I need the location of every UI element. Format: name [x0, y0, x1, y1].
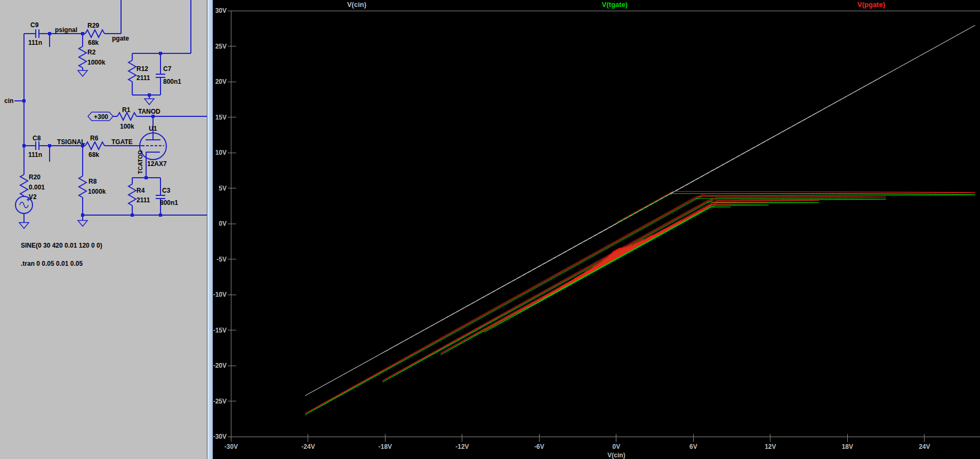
label-r20-ref[interactable]: R20 — [29, 173, 41, 181]
resistor-r8[interactable] — [79, 176, 86, 197]
resistor-r20[interactable] — [20, 175, 28, 196]
net-label-tcatod[interactable]: TCATOD — [137, 150, 143, 174]
svg-text:-30V: -30V — [213, 433, 227, 440]
label-c7-ref[interactable]: C7 — [163, 65, 172, 73]
label-c3-value[interactable]: 800n1 — [160, 199, 178, 207]
axis-tick-labels: 30V25V20V15V10V5V0V-5V-10V-15V-20V-25V-3… — [213, 7, 930, 450]
label-r2-ref[interactable]: R2 — [87, 49, 96, 56]
capacitor-c3[interactable] — [156, 195, 165, 199]
svg-text:-25V: -25V — [213, 398, 227, 405]
label-r29-ref[interactable]: R29 — [87, 22, 99, 29]
legend-v-pgate[interactable]: V(pgate) — [857, 1, 885, 9]
label-u1-value[interactable]: 12AX7 — [147, 160, 167, 168]
schematic-pane: C9 111n psignal R29 68k pgate R2 1000k R… — [0, 0, 207, 459]
label-r1-ref[interactable]: R1 — [122, 106, 131, 114]
plot-axes — [228, 11, 980, 442]
label-c7-value[interactable]: 800n1 — [163, 78, 181, 85]
svg-text:10V: 10V — [215, 149, 227, 156]
legend-v-tgate[interactable]: V(tgate) — [602, 1, 628, 9]
svg-text:6V: 6V — [689, 443, 697, 450]
directive-tran[interactable]: .tran 0 0.05 0.01 0.05 — [21, 260, 83, 267]
net-label-pgate[interactable]: pgate — [112, 35, 129, 42]
resistor-r12[interactable] — [128, 60, 136, 82]
resistor-r1[interactable] — [117, 113, 136, 120]
label-v2-ref[interactable]: V2 — [29, 193, 37, 201]
label-c3-ref[interactable]: C3 — [162, 187, 171, 194]
svg-text:-6V: -6V — [534, 443, 544, 450]
label-r29-value[interactable]: 68k — [88, 39, 99, 46]
svg-text:-24V: -24V — [301, 443, 315, 450]
label-c9-value[interactable]: 111n — [28, 39, 42, 46]
label-r8-value[interactable]: 1000k — [88, 188, 106, 195]
svg-text:15V: 15V — [215, 114, 227, 121]
capacitor-c9[interactable] — [36, 29, 39, 38]
trace-legend: V(cin) V(tgate) V(pgate) — [347, 1, 885, 9]
legend-v-cin[interactable]: V(cin) — [347, 1, 366, 9]
pane-splitter[interactable] — [207, 0, 213, 459]
net-label-supply-300[interactable]: +300 — [94, 113, 108, 121]
label-u1-ref[interactable]: U1 — [149, 125, 157, 132]
resistor-r4[interactable] — [128, 184, 136, 205]
label-r8-ref[interactable]: R8 — [89, 178, 97, 185]
svg-text:5V: 5V — [219, 185, 227, 192]
svg-text:20V: 20V — [215, 78, 227, 85]
label-r1-value[interactable]: 100k — [120, 123, 134, 130]
trace-Vpgate — [305, 192, 975, 414]
label-r6-value[interactable]: 68k — [89, 151, 99, 159]
net-label-psignal[interactable]: psignal — [55, 26, 77, 34]
waveform-pane: 30V25V20V15V10V5V0V-5V-10V-15V-20V-25V-3… — [213, 0, 980, 459]
svg-text:18V: 18V — [842, 443, 853, 450]
net-label-tgate[interactable]: TGATE — [111, 138, 133, 146]
label-c8-ref[interactable]: C8 — [33, 134, 41, 142]
trace-Vtgate — [305, 194, 975, 415]
svg-text:-10V: -10V — [213, 291, 227, 298]
label-c8-value[interactable]: 111n — [28, 151, 42, 159]
svg-text:-30V: -30V — [224, 443, 238, 450]
svg-text:-18V: -18V — [379, 443, 392, 450]
net-label-tanod[interactable]: TANOD — [138, 108, 160, 115]
label-r4-value[interactable]: 2111 — [136, 196, 150, 204]
svg-text:-15V: -15V — [213, 327, 227, 334]
label-r4-ref[interactable]: R4 — [136, 187, 145, 194]
label-r12-ref[interactable]: R12 — [136, 65, 148, 73]
svg-text:-20V: -20V — [213, 362, 227, 369]
ltspice-window: C9 111n psignal R29 68k pgate R2 1000k R… — [0, 0, 980, 459]
waveform-traces — [305, 25, 975, 415]
x-axis-title: V(cin) — [607, 452, 625, 459]
net-label-cin[interactable]: cin — [4, 97, 13, 105]
svg-text:12V: 12V — [765, 443, 776, 450]
label-c9-ref[interactable]: C9 — [30, 21, 39, 29]
resistor-r6[interactable] — [85, 142, 105, 149]
directive-sine[interactable]: SINE(0 30 420 0.01 120 0 0) — [21, 242, 102, 249]
net-label-tsignal[interactable]: TSIGNAL — [57, 138, 85, 146]
resistor-r29[interactable] — [85, 30, 105, 37]
svg-text:-12V: -12V — [455, 443, 469, 450]
label-r12-value[interactable]: 2111 — [136, 74, 150, 82]
svg-text:0V: 0V — [613, 443, 621, 450]
svg-text:30V: 30V — [215, 7, 227, 14]
svg-text:0V: 0V — [219, 220, 227, 227]
label-r6-ref[interactable]: R6 — [90, 134, 99, 142]
svg-text:25V: 25V — [215, 43, 227, 50]
capacitor-c8[interactable] — [36, 141, 39, 150]
resistor-r2[interactable] — [79, 46, 86, 68]
label-r2-value[interactable]: 1000k — [87, 59, 106, 66]
svg-text:-5V: -5V — [216, 256, 227, 263]
capacitor-c7[interactable] — [156, 74, 165, 77]
label-r20-value[interactable]: 0.001 — [29, 184, 45, 191]
svg-text:24V: 24V — [919, 443, 930, 450]
